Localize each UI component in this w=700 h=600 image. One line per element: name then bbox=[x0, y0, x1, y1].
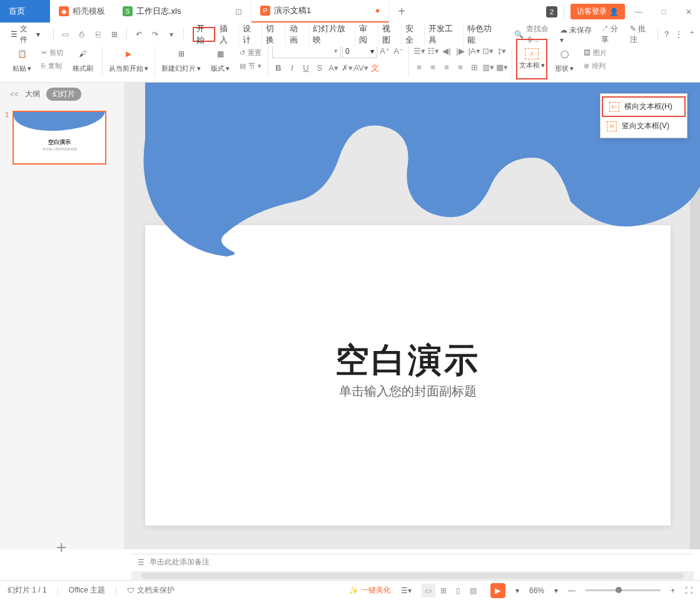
paste-group[interactable]: 📋 粘贴▾ bbox=[6, 39, 38, 79]
outline-tab[interactable]: 大纲 bbox=[25, 89, 40, 99]
bold-button[interactable]: B bbox=[272, 62, 285, 74]
menu-tab-special[interactable]: 特色功能 bbox=[463, 23, 502, 46]
ppt-icon: P bbox=[260, 6, 270, 16]
theme-indicator[interactable]: Office 主题 bbox=[69, 585, 105, 596]
wen-button[interactable]: 文 bbox=[368, 62, 381, 74]
menu-tab-dev[interactable]: 开发工具 bbox=[424, 23, 463, 46]
strikethrough-button[interactable]: S bbox=[313, 62, 326, 74]
minimize-button[interactable]: — bbox=[627, 4, 650, 19]
add-slide-button[interactable]: + bbox=[56, 537, 66, 557]
zoom-out-button[interactable]: — bbox=[568, 586, 576, 595]
font-color-button[interactable]: A▾ bbox=[327, 62, 340, 74]
menu-tab-view[interactable]: 视图 bbox=[378, 23, 401, 46]
menu-tab-review[interactable]: 审阅 bbox=[355, 23, 378, 46]
protect-button[interactable]: 🛡 文档未保护 bbox=[127, 585, 175, 596]
share-button[interactable]: ↗ 分享 bbox=[601, 24, 624, 45]
from-start-group[interactable]: ▶ 从当前开始▾ bbox=[106, 39, 151, 79]
new-slide-group[interactable]: ⊞ 新建幻灯片▾ bbox=[159, 39, 203, 79]
slide-thumbnail-1[interactable]: 空白演示 单击输入您的封面副标题 bbox=[13, 111, 106, 165]
distribute-button[interactable]: ⊞ bbox=[468, 61, 480, 74]
align-justify-button[interactable]: ≡ bbox=[454, 61, 467, 74]
tab-template[interactable]: ◆ 稻壳模板 bbox=[50, 0, 114, 23]
menu-tab-security[interactable]: 安全 bbox=[401, 23, 424, 46]
page-indicator: 幻灯片 1 / 1 bbox=[8, 585, 47, 596]
shape-group[interactable]: ◯ 形状▾ bbox=[549, 39, 580, 79]
picture-button[interactable]: 🖼图片 bbox=[581, 47, 609, 59]
grow-font-icon[interactable]: A⁺ bbox=[378, 45, 391, 58]
login-button[interactable]: 访客登录 👤 bbox=[571, 4, 625, 19]
play-icon: ▶ bbox=[120, 45, 138, 63]
menu-tab-slideshow[interactable]: 幻灯片放映 bbox=[308, 23, 355, 46]
indent-left-button[interactable]: ◀| bbox=[440, 45, 453, 58]
tab-add[interactable]: + bbox=[389, 0, 414, 23]
zoom-slider[interactable] bbox=[586, 589, 661, 591]
convert-button[interactable]: ▦▾ bbox=[495, 61, 508, 74]
template-icon: ◆ bbox=[59, 6, 69, 16]
notes-icon: ☰ bbox=[138, 558, 145, 567]
scissors-icon: ✂ bbox=[41, 49, 47, 57]
slide-subtitle[interactable]: 单击输入您的封面副标题 bbox=[145, 383, 671, 400]
notification-badge[interactable]: 2 bbox=[546, 6, 557, 18]
columns-button[interactable]: ▥▾ bbox=[482, 61, 494, 74]
zoom-in-button[interactable]: + bbox=[671, 586, 675, 595]
play-dropdown[interactable]: ▾ bbox=[515, 586, 519, 595]
vertical-textbox-item[interactable]: |A 竖向文本框(V) bbox=[601, 117, 687, 135]
sorter-view-button[interactable]: ⊞ bbox=[437, 584, 450, 597]
notes-view-button[interactable]: ▤ bbox=[467, 584, 480, 597]
help-button[interactable]: ? bbox=[664, 30, 669, 39]
more-button[interactable]: ⋮ bbox=[675, 30, 682, 39]
bullets-button[interactable]: ☰▾ bbox=[413, 45, 425, 58]
align-center-button[interactable]: ≡ bbox=[427, 61, 439, 74]
align-right-button[interactable]: ≡ bbox=[440, 61, 453, 74]
highlight-button[interactable]: ✗▾ bbox=[341, 62, 353, 74]
text-direction-button[interactable]: |A▾ bbox=[468, 45, 480, 58]
copy-button[interactable]: ⎘复制 bbox=[39, 60, 66, 72]
thumb-title: 空白演示 bbox=[14, 138, 105, 146]
spacing-button[interactable]: AV▾ bbox=[355, 62, 367, 74]
reading-view-button[interactable]: ▯ bbox=[452, 584, 465, 597]
menu-tab-animation[interactable]: 动画 bbox=[285, 23, 308, 46]
notes-bar[interactable]: ☰ 单击此处添加备注 bbox=[131, 554, 694, 570]
maximize-button[interactable]: □ bbox=[652, 4, 675, 19]
underline-button[interactable]: U bbox=[300, 62, 312, 74]
share-icon: ↗ bbox=[601, 24, 609, 33]
collapse-ribbon-button[interactable]: ⌃ bbox=[689, 30, 695, 39]
align-left-button[interactable]: ≡ bbox=[413, 61, 425, 74]
xls-icon: S bbox=[123, 6, 133, 16]
layout-group[interactable]: ▦ 版式▾ bbox=[205, 39, 236, 79]
tab-home[interactable]: 首页 bbox=[0, 0, 50, 23]
line-spacing-button[interactable]: ‡▾ bbox=[495, 45, 508, 58]
tab-doc-xls[interactable]: S 工作日志.xls ⊡ bbox=[114, 0, 251, 23]
numbering-button[interactable]: ☷▾ bbox=[427, 45, 439, 58]
arrange-button[interactable]: ⊗排列 bbox=[581, 60, 609, 72]
align-text-button[interactable]: ⊡▾ bbox=[482, 45, 494, 58]
format-painter-group[interactable]: 🖌 格式刷 bbox=[67, 39, 98, 79]
cut-button[interactable]: ✂剪切 bbox=[39, 47, 66, 59]
modified-dot-icon: • bbox=[369, 4, 380, 18]
normal-view-button[interactable]: ▭ bbox=[422, 584, 435, 597]
close-icon[interactable]: ⊡ bbox=[229, 7, 242, 16]
menu-tab-transition[interactable]: 切换 bbox=[261, 23, 285, 46]
indent-right-button[interactable]: |▶ bbox=[454, 45, 467, 58]
textbox-group[interactable]: A 文本框▾ bbox=[516, 39, 547, 79]
annotate-button[interactable]: ✎ 批注 bbox=[630, 24, 651, 45]
section-button[interactable]: ▤节▾ bbox=[237, 60, 264, 72]
beautify-button[interactable]: ✨ 一键美化 bbox=[349, 585, 391, 596]
slides-tab[interactable]: 幻灯片 bbox=[46, 88, 81, 101]
menu-tab-design[interactable]: 设计 bbox=[238, 23, 261, 46]
collapse-panel-button[interactable]: << bbox=[10, 90, 19, 99]
reset-button[interactable]: ↺重置 bbox=[237, 47, 264, 59]
fit-button[interactable]: ⛶ bbox=[685, 586, 692, 595]
tab-doc1-label: 工作日志.xls bbox=[136, 6, 181, 17]
options-icon[interactable]: ☰▾ bbox=[401, 586, 412, 595]
search-icon: 🔍 bbox=[514, 30, 524, 39]
slideshow-button[interactable]: ▶ bbox=[490, 583, 505, 598]
italic-button[interactable]: I bbox=[286, 62, 298, 74]
tab-doc-ppt[interactable]: P 演示文稿1 • bbox=[251, 0, 389, 23]
horizontal-textbox-item[interactable]: A= 横向文本框(H) bbox=[602, 96, 686, 117]
slide-title[interactable]: 空白演示 bbox=[145, 338, 671, 384]
shrink-font-icon[interactable]: A⁻ bbox=[392, 45, 405, 58]
zoom-level[interactable]: 66% bbox=[529, 586, 544, 595]
close-button[interactable]: ✕ bbox=[677, 4, 700, 19]
horizontal-scrollbar[interactable] bbox=[131, 571, 694, 580]
